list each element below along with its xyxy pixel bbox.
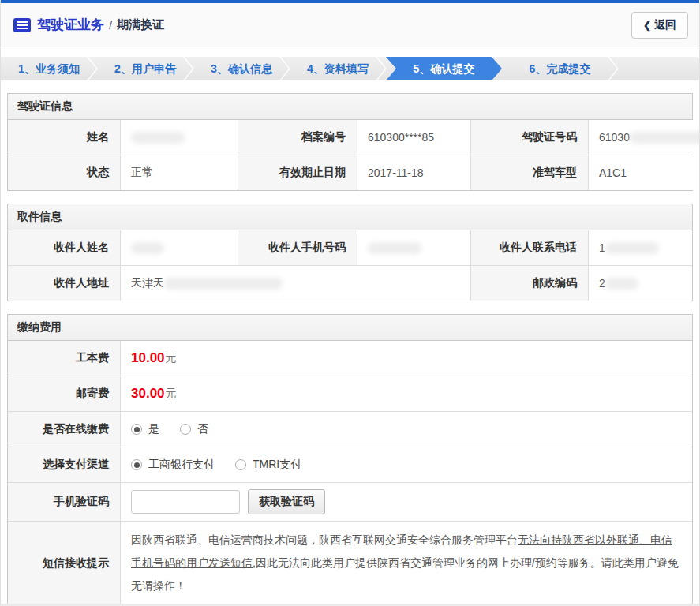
recipient-phone-label: 收件人联系电话 xyxy=(471,230,588,265)
sms-notice-text: 因陕西省联通、电信运营商技术问题，陕西省互联网交通安全综合服务管理平台无法向持陕… xyxy=(121,522,692,604)
radio-channel-tmri[interactable] xyxy=(235,459,246,470)
page: 驾驶证业务 / 期满换证 ❮ 返回 1、业务须知 2、用户申告 3、确认信息 4… xyxy=(0,0,700,606)
back-chevron-icon: ❮ xyxy=(643,20,651,31)
step-6-complete-submit[interactable]: 6、完成提交 xyxy=(502,57,618,80)
postage-fee-value: 30.00 元 xyxy=(121,376,692,411)
license-no-label: 驾驶证号码 xyxy=(471,120,588,155)
redacted-license-no xyxy=(630,132,700,144)
currency-unit: 元 xyxy=(166,351,177,365)
get-code-button[interactable]: 获取验证码 xyxy=(248,489,325,514)
vehicle-value: A1C1 xyxy=(589,155,700,190)
license-section-title: 驾驶证信息 xyxy=(8,94,692,120)
license-no-value: 61030 xyxy=(589,120,700,155)
radio-online-yes-label[interactable]: 是 xyxy=(148,422,159,436)
breadcrumb-separator: / xyxy=(109,18,112,32)
recipient-mobile-label: 收件人手机号码 xyxy=(238,230,357,265)
recipient-name-label: 收件人姓名 xyxy=(8,230,120,265)
step-navigation: 1、业务须知 2、用户申告 3、确认信息 4、资料填写 5、确认提交 6、完成提… xyxy=(1,57,699,80)
production-fee-amount: 10.00 xyxy=(131,350,165,366)
pickup-section-title: 取件信息 xyxy=(8,204,692,230)
payment-channel-label: 选择支付渠道 xyxy=(8,447,120,482)
address-value: 天津天 xyxy=(121,266,470,301)
step-5-confirm-submit[interactable]: 5、确认提交 xyxy=(386,57,502,80)
postcode-label: 邮政编码 xyxy=(471,266,588,301)
expiry-value: 2017-11-18 xyxy=(357,155,470,190)
file-no-label: 档案编号 xyxy=(238,120,357,155)
production-fee-value: 10.00 元 xyxy=(121,341,692,376)
redacted-mobile xyxy=(368,242,421,254)
step-1-business-notice[interactable]: 1、业务须知 xyxy=(1,57,97,80)
payment-channel-options: 工商银行支付 TMRI支付 xyxy=(121,447,692,482)
step-2-user-declaration[interactable]: 2、用户申告 xyxy=(97,57,193,80)
back-button-label: 返回 xyxy=(654,18,676,32)
address-label: 收件人地址 xyxy=(8,266,120,301)
sms-notice-label: 短信接收提示 xyxy=(8,522,120,604)
radio-channel-tmri-label[interactable]: TMRI支付 xyxy=(253,458,301,472)
sms-code-label: 手机验证码 xyxy=(8,483,120,521)
sms-code-input[interactable] xyxy=(131,490,240,514)
name-label: 姓名 xyxy=(8,120,120,155)
recipient-phone-value: 1 xyxy=(589,230,692,265)
redacted-address xyxy=(164,278,283,290)
payment-section-title: 缴纳费用 xyxy=(8,315,692,341)
document-list-icon xyxy=(13,18,31,32)
radio-online-yes[interactable] xyxy=(131,424,142,435)
sms-code-row: 获取验证码 xyxy=(121,483,692,521)
breadcrumb-current: 期满换证 xyxy=(117,17,164,32)
expiry-label: 有效期止日期 xyxy=(238,155,357,190)
vehicle-label: 准驾车型 xyxy=(471,155,588,190)
payment-section: 缴纳费用 工本费 10.00 元 邮寄费 30.00 元 是否在线缴费 是 否 … xyxy=(7,314,693,605)
status-label: 状态 xyxy=(8,155,120,190)
recipient-name-value xyxy=(121,230,238,265)
online-payment-label: 是否在线缴费 xyxy=(8,412,120,447)
redacted-name xyxy=(131,132,185,144)
redacted-postcode xyxy=(605,278,638,290)
online-payment-options: 是 否 xyxy=(121,412,692,447)
postcode-value: 2 xyxy=(589,266,692,301)
radio-channel-icbc-label[interactable]: 工商银行支付 xyxy=(148,458,215,472)
back-button[interactable]: ❮ 返回 xyxy=(631,12,688,39)
radio-online-no-label[interactable]: 否 xyxy=(197,422,208,436)
postage-fee-label: 邮寄费 xyxy=(8,376,120,411)
name-value xyxy=(121,120,238,155)
radio-channel-icbc[interactable] xyxy=(131,459,142,470)
status-value: 正常 xyxy=(121,155,238,190)
file-no-value: 610300****85 xyxy=(357,120,470,155)
radio-online-no[interactable] xyxy=(180,424,191,435)
step-4-fill-data[interactable]: 4、资料填写 xyxy=(290,57,386,80)
step-3-confirm-info[interactable]: 3、确认信息 xyxy=(193,57,290,80)
production-fee-label: 工本费 xyxy=(8,341,120,376)
postage-fee-amount: 30.00 xyxy=(131,386,165,402)
pickup-info-section: 取件信息 收件人姓名 收件人手机号码 收件人联系电话 1 收件人地址 天津天 邮… xyxy=(7,204,693,301)
page-header: 驾驶证业务 / 期满换证 ❮ 返回 xyxy=(1,3,699,47)
currency-unit: 元 xyxy=(166,387,177,401)
license-info-section: 驾驶证信息 姓名 档案编号 610300****85 驾驶证号码 61030 状… xyxy=(7,93,693,191)
page-title: 驾驶证业务 xyxy=(37,16,104,34)
redacted-phone xyxy=(605,242,659,254)
recipient-mobile-value xyxy=(357,230,470,265)
redacted-recipient-name xyxy=(131,242,164,254)
